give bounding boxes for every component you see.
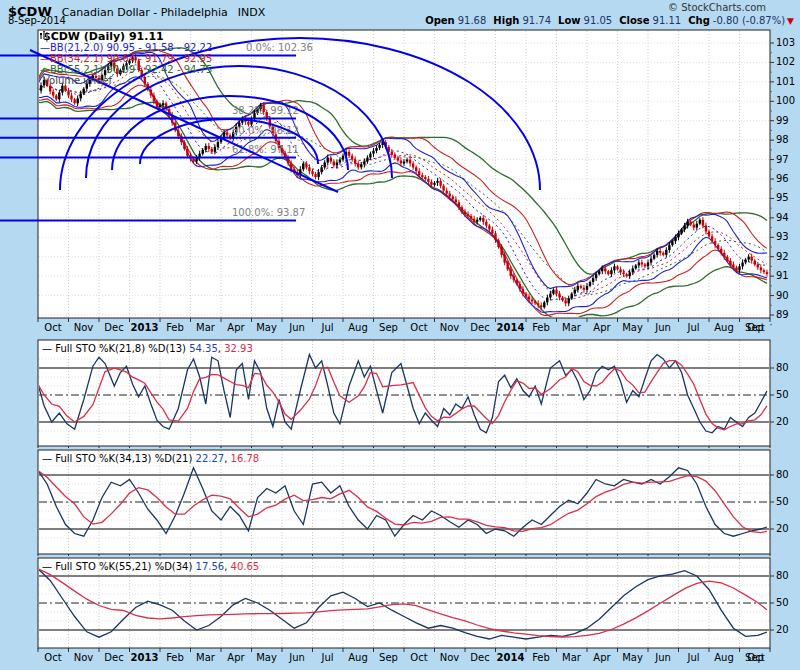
x-axis-label-top: Nov — [74, 322, 94, 333]
x-axis-label-bottom: Dec — [104, 652, 123, 663]
price-axis-label: 100 — [776, 95, 795, 106]
price-axis-label: 91 — [776, 270, 789, 281]
x-axis-label-bottom: Nov — [74, 652, 94, 663]
legend-volume-row: Volume undef — [40, 75, 212, 86]
price-axis-label: 101 — [776, 76, 795, 87]
x-axis-label-top: Jul — [686, 322, 699, 333]
x-axis-label-top: Sep — [379, 322, 398, 333]
low-label: Low — [558, 15, 580, 26]
x-axis-label-bottom: Aug — [714, 652, 734, 663]
sto-axis-label: 80 — [776, 570, 789, 581]
x-axis-label-top: 2013 — [131, 322, 159, 333]
x-axis-label-bottom: Oct — [747, 652, 764, 663]
x-axis-label-top: Jul — [320, 322, 333, 333]
x-axis-label-top: Nov — [440, 322, 460, 333]
chg-down-icon[interactable]: ▼ — [787, 16, 794, 26]
stockcharts-credit[interactable]: © StockCharts.com — [668, 2, 766, 13]
x-axis-label-top: Apr — [593, 322, 611, 333]
stockcharts-chart-page: 0.0%: 102.3638.2%: 99.1250.0%: 98.1261.8… — [0, 0, 800, 670]
x-axis-label-bottom: 2013 — [131, 652, 159, 663]
x-axis-label-bottom: Jul — [686, 652, 699, 663]
price-axis-label: 99 — [776, 115, 789, 126]
x-axis-label-bottom: Jul — [320, 652, 333, 663]
open-value: 91.68 — [458, 15, 487, 26]
x-axis-label-bottom: Aug — [348, 652, 368, 663]
sto2-k-value: 22.27 — [196, 453, 225, 464]
price-axis-label: 93 — [776, 231, 789, 242]
sto1-k-value: 54.35 — [189, 343, 218, 354]
sto3-d-value: 40.65 — [231, 561, 260, 572]
sto-axis-label: 20 — [776, 416, 789, 427]
sto2-label: — Full STO %K(34,13) %D(21) — [42, 453, 192, 464]
x-axis-label-top: Mar — [562, 322, 582, 333]
x-axis-label-bottom: Apr — [593, 652, 611, 663]
ohlc-quote: Open91.68High91.74Low91.05Close91.11Chg-… — [418, 15, 794, 26]
sto-axis-label: 80 — [776, 469, 789, 480]
sto-axis-label: 80 — [776, 362, 789, 373]
price-axis-label: 94 — [776, 212, 789, 223]
legend-bb34: —BB(34,2.1) 90.64 - 91.79 - 92.95 — [40, 53, 212, 64]
header: $CDW Canadian Dollar - Philadelphia INDX… — [0, 0, 800, 28]
x-axis-label-bottom: Oct — [44, 652, 61, 663]
x-axis-label-top: Aug — [714, 322, 734, 333]
sto1-d-value: 32.93 — [224, 343, 253, 354]
x-axis-label-top: Feb — [532, 322, 550, 333]
close-value: 91.11 — [653, 15, 682, 26]
x-axis-label-top: 2014 — [497, 322, 525, 333]
sto1-legend: — Full STO %K(21,8) %D(13) 54.35, 32.93 — [42, 343, 253, 354]
chg-value: -0.80 (-0.87%) — [713, 15, 785, 26]
close-label: Close — [619, 15, 649, 26]
x-axis-label-top: Apr — [227, 322, 245, 333]
x-axis-label-bottom: Apr — [227, 652, 245, 663]
x-axis-label-bottom: Jun — [288, 652, 305, 663]
legend-volume: Volume undef — [43, 75, 112, 86]
x-axis-label-top: Oct — [44, 322, 61, 333]
sto2-d-value: 16.78 — [231, 453, 260, 464]
sto-axis-label: 50 — [776, 389, 789, 400]
x-axis-label-top: Dec — [470, 322, 489, 333]
fib-label-38.2%: 38.2%: 99.12 — [232, 105, 299, 116]
sto3-legend: — Full STO %K(55,21) %D(34) 17.56, 40.65 — [42, 561, 259, 572]
legend-bb21: —BB(21,2.0) 90.95 - 91.58 - 92.22 — [40, 42, 212, 53]
sto-axis-label: 20 — [776, 624, 789, 635]
fib-label-61.8%: 61.8%: 97.11 — [232, 144, 299, 155]
price-axis-label: 102 — [776, 56, 795, 67]
sto2-legend: — Full STO %K(34,13) %D(21) 22.27, 16.78 — [42, 453, 259, 464]
chart-date: 8-Sep-2014 — [8, 15, 66, 26]
x-axis-label-bottom: Jun — [654, 652, 671, 663]
price-axis-label: 96 — [776, 173, 789, 184]
x-axis-label-top: Feb — [166, 322, 184, 333]
price-axis-label: 103 — [776, 37, 795, 48]
x-axis-label-top: Oct — [747, 322, 764, 333]
exchange-label: INDX — [238, 6, 265, 19]
price-axis-label: 89 — [776, 309, 789, 320]
x-axis-label-bottom: Feb — [166, 652, 184, 663]
price-axis-label: 97 — [776, 154, 789, 165]
symbol-name: Canadian Dollar - Philadelphia — [62, 6, 228, 19]
price-axis-label: 95 — [776, 192, 789, 203]
price-axis-label: 90 — [776, 290, 789, 301]
x-axis-label-top: Jun — [288, 322, 305, 333]
x-axis-label-top: Dec — [104, 322, 123, 333]
main-chart-legend: $CDW (Daily) 91.11 —BB(21,2.0) 90.95 - 9… — [40, 31, 212, 86]
sto3-label: — Full STO %K(55,21) %D(34) — [42, 561, 192, 572]
sto-axis-label: 50 — [776, 597, 789, 608]
x-axis-label-top: Mar — [196, 322, 216, 333]
x-axis-label-bottom: Sep — [379, 652, 398, 663]
chg-label: Chg — [688, 15, 710, 26]
x-axis-label-top: Oct — [410, 322, 427, 333]
sto-axis-label: 50 — [776, 496, 789, 507]
x-axis-label-bottom: Feb — [532, 652, 550, 663]
main-legend-title-row: $CDW (Daily) 91.11 — [40, 31, 212, 42]
x-axis-label-bottom: 2014 — [497, 652, 525, 663]
x-axis-label-bottom: Nov — [440, 652, 460, 663]
x-axis-label-bottom: May — [256, 652, 277, 663]
price-axis-label: 92 — [776, 251, 789, 262]
sto1-label: — Full STO %K(21,8) %D(13) — [42, 343, 186, 354]
high-value: 91.74 — [522, 15, 551, 26]
x-axis-label-bottom: Dec — [470, 652, 489, 663]
x-axis-label-top: Aug — [348, 322, 368, 333]
legend-bb55: —BB(55,2.1) 90.09 - 92.42 - 94.75 — [40, 64, 212, 75]
sto-axis-label: 20 — [776, 523, 789, 534]
sto3-k-value: 17.56 — [196, 561, 225, 572]
